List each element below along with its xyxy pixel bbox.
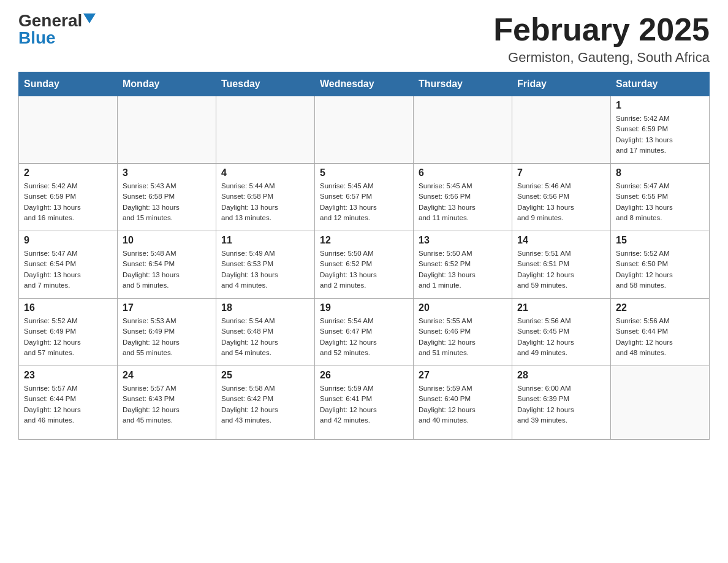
- day-number: 23: [24, 370, 112, 381]
- calendar-cell: [611, 366, 710, 440]
- weekday-header-tuesday: Tuesday: [216, 72, 315, 96]
- calendar-cell: 14Sunrise: 5:51 AMSunset: 6:51 PMDayligh…: [512, 231, 611, 299]
- title-area: February 2025 Germiston, Gauteng, South …: [493, 12, 710, 66]
- day-number: 16: [24, 302, 112, 313]
- calendar-cell: 22Sunrise: 5:56 AMSunset: 6:44 PMDayligh…: [611, 299, 710, 366]
- day-info: Sunrise: 5:43 AMSunset: 6:58 PMDaylight:…: [123, 181, 211, 223]
- day-number: 15: [616, 235, 704, 246]
- day-number: 25: [221, 370, 309, 381]
- day-number: 22: [616, 302, 704, 313]
- day-info: Sunrise: 5:42 AMSunset: 6:59 PMDaylight:…: [24, 181, 112, 223]
- calendar-cell: 24Sunrise: 5:57 AMSunset: 6:43 PMDayligh…: [118, 366, 216, 440]
- day-number: 26: [320, 370, 408, 381]
- day-info: Sunrise: 5:59 AMSunset: 6:40 PMDaylight:…: [419, 383, 507, 426]
- day-number: 3: [123, 167, 211, 178]
- day-number: 11: [221, 235, 309, 246]
- weekday-header-sunday: Sunday: [19, 72, 118, 96]
- day-info: Sunrise: 6:00 AMSunset: 6:39 PMDaylight:…: [517, 383, 605, 426]
- calendar-cell: 23Sunrise: 5:57 AMSunset: 6:44 PMDayligh…: [19, 366, 118, 440]
- calendar-cell: 6Sunrise: 5:45 AMSunset: 6:56 PMDaylight…: [414, 164, 512, 231]
- day-info: Sunrise: 5:54 AMSunset: 6:48 PMDaylight:…: [221, 316, 309, 358]
- calendar-table: SundayMondayTuesdayWednesdayThursdayFrid…: [18, 72, 710, 440]
- day-number: 27: [419, 370, 507, 381]
- day-info: Sunrise: 5:46 AMSunset: 6:56 PMDaylight:…: [517, 181, 605, 223]
- calendar-cell: 2Sunrise: 5:42 AMSunset: 6:59 PMDaylight…: [19, 164, 118, 231]
- day-number: 19: [320, 302, 408, 313]
- calendar-week-2: 2Sunrise: 5:42 AMSunset: 6:59 PMDaylight…: [19, 164, 710, 231]
- calendar-cell: 20Sunrise: 5:55 AMSunset: 6:46 PMDayligh…: [414, 299, 512, 366]
- calendar-cell: 27Sunrise: 5:59 AMSunset: 6:40 PMDayligh…: [414, 366, 512, 440]
- day-info: Sunrise: 5:42 AMSunset: 6:59 PMDaylight:…: [616, 113, 704, 156]
- calendar-cell: 12Sunrise: 5:50 AMSunset: 6:52 PMDayligh…: [315, 231, 414, 299]
- day-number: 13: [419, 235, 507, 246]
- calendar-week-5: 23Sunrise: 5:57 AMSunset: 6:44 PMDayligh…: [19, 366, 710, 440]
- day-number: 28: [517, 370, 605, 381]
- day-number: 4: [221, 167, 309, 178]
- calendar-cell: 7Sunrise: 5:46 AMSunset: 6:56 PMDaylight…: [512, 164, 611, 231]
- day-info: Sunrise: 5:56 AMSunset: 6:44 PMDaylight:…: [616, 316, 704, 358]
- calendar-cell: [512, 96, 611, 164]
- day-number: 6: [419, 167, 507, 178]
- month-title: February 2025: [493, 12, 710, 47]
- calendar-cell: [414, 96, 512, 164]
- weekday-header-wednesday: Wednesday: [315, 72, 414, 96]
- calendar-cell: 13Sunrise: 5:50 AMSunset: 6:52 PMDayligh…: [414, 231, 512, 299]
- day-number: 18: [221, 302, 309, 313]
- day-info: Sunrise: 5:45 AMSunset: 6:57 PMDaylight:…: [320, 181, 408, 223]
- day-info: Sunrise: 5:47 AMSunset: 6:55 PMDaylight:…: [616, 181, 704, 223]
- weekday-header-friday: Friday: [512, 72, 611, 96]
- calendar-week-1: 1Sunrise: 5:42 AMSunset: 6:59 PMDaylight…: [19, 96, 710, 164]
- day-info: Sunrise: 5:56 AMSunset: 6:45 PMDaylight:…: [517, 316, 605, 358]
- day-number: 10: [123, 235, 211, 246]
- day-number: 17: [123, 302, 211, 313]
- day-info: Sunrise: 5:58 AMSunset: 6:42 PMDaylight:…: [221, 383, 309, 426]
- calendar-cell: 15Sunrise: 5:52 AMSunset: 6:50 PMDayligh…: [611, 231, 710, 299]
- calendar-cell: 25Sunrise: 5:58 AMSunset: 6:42 PMDayligh…: [216, 366, 315, 440]
- calendar-cell: 1Sunrise: 5:42 AMSunset: 6:59 PMDaylight…: [611, 96, 710, 164]
- day-number: 12: [320, 235, 408, 246]
- day-number: 24: [123, 370, 211, 381]
- calendar-cell: 26Sunrise: 5:59 AMSunset: 6:41 PMDayligh…: [315, 366, 414, 440]
- calendar-cell: 8Sunrise: 5:47 AMSunset: 6:55 PMDaylight…: [611, 164, 710, 231]
- location: Germiston, Gauteng, South Africa: [493, 50, 710, 66]
- day-info: Sunrise: 5:59 AMSunset: 6:41 PMDaylight:…: [320, 383, 408, 426]
- day-info: Sunrise: 5:52 AMSunset: 6:50 PMDaylight:…: [616, 248, 704, 291]
- day-info: Sunrise: 5:53 AMSunset: 6:49 PMDaylight:…: [123, 316, 211, 358]
- calendar-cell: 16Sunrise: 5:52 AMSunset: 6:49 PMDayligh…: [19, 299, 118, 366]
- day-number: 5: [320, 167, 408, 178]
- day-number: 14: [517, 235, 605, 246]
- day-info: Sunrise: 5:45 AMSunset: 6:56 PMDaylight:…: [419, 181, 507, 223]
- logo-triangle-icon: [83, 13, 96, 23]
- day-info: Sunrise: 5:47 AMSunset: 6:54 PMDaylight:…: [24, 248, 112, 291]
- day-info: Sunrise: 5:48 AMSunset: 6:54 PMDaylight:…: [123, 248, 211, 291]
- day-number: 8: [616, 167, 704, 178]
- logo-blue-text: Blue: [18, 29, 56, 47]
- calendar-cell: 9Sunrise: 5:47 AMSunset: 6:54 PMDaylight…: [19, 231, 118, 299]
- calendar-cell: 17Sunrise: 5:53 AMSunset: 6:49 PMDayligh…: [118, 299, 216, 366]
- day-info: Sunrise: 5:55 AMSunset: 6:46 PMDaylight:…: [419, 316, 507, 358]
- day-number: 20: [419, 302, 507, 313]
- day-info: Sunrise: 5:44 AMSunset: 6:58 PMDaylight:…: [221, 181, 309, 223]
- logo: General Blue: [18, 12, 96, 47]
- calendar-cell: 18Sunrise: 5:54 AMSunset: 6:48 PMDayligh…: [216, 299, 315, 366]
- calendar-cell: 3Sunrise: 5:43 AMSunset: 6:58 PMDaylight…: [118, 164, 216, 231]
- calendar-cell: 4Sunrise: 5:44 AMSunset: 6:58 PMDaylight…: [216, 164, 315, 231]
- calendar-cell: 10Sunrise: 5:48 AMSunset: 6:54 PMDayligh…: [118, 231, 216, 299]
- calendar-cell: 11Sunrise: 5:49 AMSunset: 6:53 PMDayligh…: [216, 231, 315, 299]
- day-info: Sunrise: 5:50 AMSunset: 6:52 PMDaylight:…: [419, 248, 507, 291]
- day-number: 2: [24, 167, 112, 178]
- calendar-cell: 21Sunrise: 5:56 AMSunset: 6:45 PMDayligh…: [512, 299, 611, 366]
- day-info: Sunrise: 5:57 AMSunset: 6:44 PMDaylight:…: [24, 383, 112, 426]
- calendar-cell: 19Sunrise: 5:54 AMSunset: 6:47 PMDayligh…: [315, 299, 414, 366]
- weekday-header-row: SundayMondayTuesdayWednesdayThursdayFrid…: [19, 72, 710, 96]
- day-info: Sunrise: 5:50 AMSunset: 6:52 PMDaylight:…: [320, 248, 408, 291]
- calendar-week-4: 16Sunrise: 5:52 AMSunset: 6:49 PMDayligh…: [19, 299, 710, 366]
- day-info: Sunrise: 5:57 AMSunset: 6:43 PMDaylight:…: [123, 383, 211, 426]
- calendar-cell: [315, 96, 414, 164]
- page-header: General Blue February 2025 Germiston, Ga…: [18, 12, 710, 66]
- day-number: 9: [24, 235, 112, 246]
- day-number: 21: [517, 302, 605, 313]
- day-info: Sunrise: 5:54 AMSunset: 6:47 PMDaylight:…: [320, 316, 408, 358]
- calendar-week-3: 9Sunrise: 5:47 AMSunset: 6:54 PMDaylight…: [19, 231, 710, 299]
- day-info: Sunrise: 5:49 AMSunset: 6:53 PMDaylight:…: [221, 248, 309, 291]
